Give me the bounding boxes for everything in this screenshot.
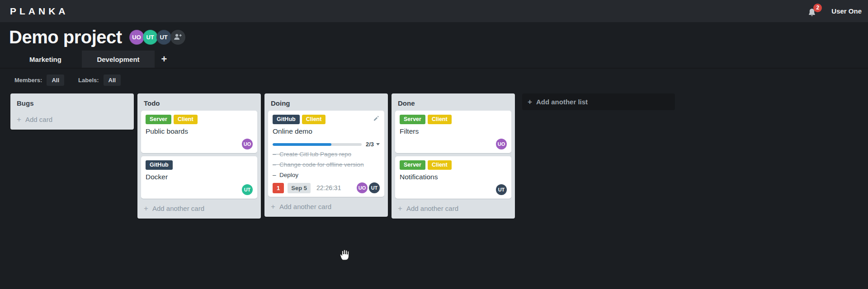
app-logo: PLANKA <box>10 6 69 17</box>
add-card-button[interactable]: +Add another card <box>137 199 261 219</box>
plus-icon: + <box>271 203 275 210</box>
notifications-button[interactable]: 2 <box>807 5 818 17</box>
card-labels: ServerClient <box>400 160 507 170</box>
card-members: UOUT <box>357 182 380 193</box>
list-title[interactable]: Bugs <box>10 93 134 110</box>
project-members: UOUTUT <box>129 30 185 45</box>
notifications-badge: 2 <box>813 4 822 12</box>
card[interactable]: GitHubClientOnline demo2/3Create GitHub … <box>268 111 384 197</box>
card-labels: ServerClient <box>146 115 253 124</box>
card-label: GitHub <box>273 115 300 124</box>
list-title[interactable]: Done <box>392 93 515 110</box>
member-avatar: UT <box>496 184 507 195</box>
hand-cursor <box>339 249 351 261</box>
cards-container: ServerClientFiltersUOServerClientNotific… <box>392 110 515 199</box>
plus-icon: + <box>161 53 167 65</box>
member-avatar: UO <box>242 139 253 149</box>
task-list: Create GitHub Pages repoChange code for … <box>273 149 380 180</box>
card-name: Notifications <box>400 173 507 181</box>
top-bar: PLANKA 2 User One <box>0 0 868 22</box>
member-avatar: UO <box>357 182 368 193</box>
member-avatar: UT <box>156 30 171 45</box>
card-label: Server <box>400 115 425 124</box>
card[interactable]: ServerClientFiltersUO <box>395 111 511 153</box>
progress-label[interactable]: 2/3 <box>366 141 380 148</box>
card-label: GitHub <box>146 160 173 170</box>
progress-bar-fill <box>273 143 331 146</box>
card-label: Client <box>428 160 452 170</box>
add-card-label: Add another card <box>279 203 331 210</box>
list: DoneServerClientFiltersUOServerClientNot… <box>392 93 515 219</box>
add-user-icon <box>173 33 182 42</box>
card-members: UO <box>400 139 507 149</box>
card-label: Client <box>174 115 198 124</box>
plus-icon: + <box>17 116 21 123</box>
plus-icon: + <box>398 205 402 212</box>
board: Bugs+Add cardTodoServerClientPublic boar… <box>0 91 868 219</box>
card[interactable]: ServerClientNotificationsUT <box>395 156 511 199</box>
add-card-button[interactable]: +Add card <box>10 110 134 130</box>
user-menu[interactable]: User One <box>831 7 862 15</box>
add-card-label: Add another card <box>152 205 204 212</box>
add-card-button[interactable]: +Add another card <box>264 197 388 217</box>
card-label: Client <box>428 115 452 124</box>
add-member-button[interactable] <box>170 30 185 45</box>
member-avatar: UO <box>496 139 507 149</box>
add-board-button[interactable]: + <box>155 51 174 68</box>
card-labels: GitHub <box>146 160 253 170</box>
members-filter-value[interactable]: All <box>47 75 64 86</box>
labels-filter-value[interactable]: All <box>104 75 121 86</box>
card-name: Online demo <box>273 127 380 135</box>
list-title[interactable]: Todo <box>137 93 261 110</box>
due-date-badge[interactable]: Sep 5 <box>288 183 311 193</box>
add-card-label: Add card <box>25 116 52 123</box>
card-edit-button[interactable] <box>373 115 380 122</box>
caret-down-icon <box>376 143 380 145</box>
project-header: Demo project UOUTUT <box>0 22 868 47</box>
member-avatar: UT <box>369 182 380 193</box>
task-item: Deploy <box>273 170 380 180</box>
task-item: Change code for offline version <box>273 159 380 170</box>
filter-bar: Members: All Labels: All <box>0 69 868 91</box>
list: TodoServerClientPublic boardsUOGitHubDoc… <box>137 93 261 219</box>
card-label: Client <box>302 115 326 124</box>
members-filter: Members: All <box>14 75 64 86</box>
list: Bugs+Add card <box>10 93 134 130</box>
card-members: UO <box>146 139 253 149</box>
card-members: UT <box>400 184 507 195</box>
card[interactable]: GitHubDockerUT <box>141 156 257 199</box>
card-notification-badge: 1 <box>273 183 284 193</box>
card-name: Public boards <box>146 127 253 135</box>
card-footer: 1Sep 522:26:31UOUT <box>273 182 380 193</box>
tabs-holder: MarketingDevelopment <box>9 51 155 68</box>
tab-development[interactable]: Development <box>82 51 155 68</box>
card[interactable]: ServerClientPublic boardsUO <box>141 111 257 153</box>
list: DoingGitHubClientOnline demo2/3Create Gi… <box>264 93 388 217</box>
card-name: Filters <box>400 127 507 135</box>
card-name: Docker <box>146 173 253 181</box>
lists-holder: Bugs+Add cardTodoServerClientPublic boar… <box>10 93 515 219</box>
tab-marketing[interactable]: Marketing <box>9 51 82 68</box>
add-card-button[interactable]: +Add another card <box>392 199 515 219</box>
labels-filter-label: Labels: <box>78 77 99 84</box>
member-avatar: UT <box>242 184 253 195</box>
card-labels: ServerClient <box>400 115 507 124</box>
card-labels: GitHubClient <box>273 115 380 124</box>
members-filter-label: Members: <box>14 77 42 84</box>
timer-badge[interactable]: 22:26:31 <box>316 184 341 191</box>
add-card-label: Add another card <box>406 205 458 212</box>
member-avatar: UT <box>143 30 158 45</box>
labels-filter: Labels: All <box>78 75 121 86</box>
add-list-label: Add another list <box>536 98 588 106</box>
project-title[interactable]: Demo project <box>9 28 122 46</box>
member-avatar: UO <box>129 30 144 45</box>
progress-bar <box>273 143 362 146</box>
pencil-icon <box>373 115 380 121</box>
cards-container: GitHubClientOnline demo2/3Create GitHub … <box>264 110 388 197</box>
task-item: Create GitHub Pages repo <box>273 149 380 159</box>
list-title[interactable]: Doing <box>264 93 388 110</box>
plus-icon: + <box>144 205 148 212</box>
add-list-button[interactable]: + Add another list <box>522 93 675 110</box>
board-tabs: MarketingDevelopment + <box>0 51 868 69</box>
cards-container: ServerClientPublic boardsUOGitHubDockerU… <box>137 110 261 199</box>
